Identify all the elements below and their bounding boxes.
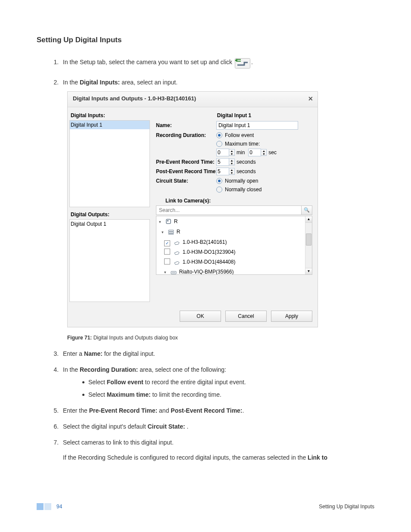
- page-number: 94: [56, 503, 62, 510]
- chevron-down-icon[interactable]: ▾: [162, 230, 166, 236]
- spin-up-icon[interactable]: ▲: [229, 149, 234, 152]
- normally-closed-label: Normally closed: [225, 186, 262, 193]
- page-footer: 94 Setting Up Digital Inputs: [37, 503, 374, 510]
- tree-site-1-label: R: [174, 218, 178, 224]
- search-icon[interactable]: 🔍: [301, 206, 312, 215]
- post-event-stepper[interactable]: ▲▼: [216, 168, 235, 175]
- min-label: min: [237, 149, 245, 156]
- seconds-stepper[interactable]: ▲▼: [248, 149, 267, 156]
- step-3-a: Enter a: [63, 350, 84, 357]
- ok-button[interactable]: OK: [180, 311, 221, 322]
- camera-icon: [174, 249, 180, 257]
- minutes-stepper[interactable]: ▲▼: [216, 149, 235, 156]
- digital-outputs-label: Digital Outputs:: [69, 211, 150, 218]
- cancel-button[interactable]: Cancel: [225, 311, 267, 322]
- scroll-down-icon[interactable]: ▼: [305, 268, 312, 274]
- tree-enc-1[interactable]: ▾ Rialto-VIQ-BMP(35966): [164, 268, 312, 275]
- bullet-follow-event: Select Follow event to record the entire…: [82, 378, 374, 387]
- minutes-input[interactable]: [216, 149, 229, 156]
- step-4-a: In the: [63, 366, 80, 373]
- s5-a: Enter the: [63, 407, 89, 414]
- step-2-text-b: area, select an input.: [120, 79, 177, 86]
- spin-down-icon[interactable]: ▼: [229, 171, 234, 174]
- s5-bold1: Pre-Event Record Time:: [89, 407, 157, 414]
- tree-cam-2[interactable]: 1.0-H3M-DO1(323904): [164, 248, 312, 258]
- digital-inputs-list[interactable]: Digital Input 1: [69, 120, 150, 207]
- spin-down-icon[interactable]: ▼: [261, 152, 266, 156]
- b1-b: to record the entire digital input event…: [143, 379, 246, 386]
- tree-enc-1-label: Rialto-VIQ-BMP(35966): [179, 269, 234, 275]
- step-4-bold: Recording Duration:: [80, 366, 138, 373]
- tree-cam-1[interactable]: ✓ 1.0-H3-B2(140161): [164, 238, 312, 248]
- search-input[interactable]: [156, 206, 301, 215]
- step-5: Enter the Pre-Event Record Time: and Pos…: [60, 406, 374, 415]
- figure-text: Digital Inputs and Outputs dialog box: [92, 335, 177, 341]
- radio-follow-event[interactable]: Follow event: [216, 131, 312, 139]
- name-label: Name:: [156, 121, 216, 129]
- b2-bold: Maximum time:: [107, 391, 151, 398]
- seconds-input[interactable]: [248, 149, 261, 156]
- step-1: In the Setup tab, select the camera you …: [60, 58, 374, 71]
- step-1-text-a: In the Setup tab, select the camera you …: [63, 59, 234, 65]
- spin-up-icon[interactable]: ▲: [261, 149, 266, 152]
- tree-server-1[interactable]: ▾ R ✓ 1.0-H3-B2(140161): [162, 227, 312, 275]
- spin-down-icon[interactable]: ▼: [229, 162, 234, 165]
- name-field[interactable]: [216, 121, 298, 130]
- camera-search[interactable]: 🔍: [156, 205, 312, 215]
- radio-max-time[interactable]: Maximum time:: [216, 140, 312, 148]
- svg-rect-6: [168, 233, 174, 234]
- dialog-title: Digital Inputs and Outputs - 1.0-H3-B2(1…: [73, 94, 196, 103]
- tree-scrollbar[interactable]: ▲ ▼: [305, 216, 312, 274]
- radio-dot-icon: [216, 187, 222, 193]
- link-cameras-label: Link to Camera(s):: [165, 197, 312, 205]
- close-icon[interactable]: ✕: [308, 94, 313, 103]
- chevron-down-icon[interactable]: ▾: [164, 270, 168, 275]
- step-2-bold: Digital Inputs:: [80, 79, 120, 86]
- tree-cam-1-label: 1.0-H3-B2(140161): [183, 239, 227, 245]
- spin-up-icon[interactable]: ▲: [229, 168, 234, 171]
- tree-cam-3[interactable]: 1.0-H3M-DO1(484408): [164, 258, 312, 268]
- chevron-down-icon[interactable]: ▾: [159, 219, 163, 225]
- scroll-up-icon[interactable]: ▲: [305, 216, 312, 223]
- svg-rect-5: [168, 232, 174, 233]
- b2-b: to limit the recording time.: [151, 391, 221, 398]
- figure-caption: Figure 71: Digital Inputs and Outputs di…: [67, 334, 374, 342]
- pre-event-label: Pre-Event Record Time:: [156, 158, 216, 166]
- step-2-text-a: In the: [63, 79, 80, 86]
- dialog-digital-io: Digital Inputs and Outputs - 1.0-H3-B2(1…: [67, 91, 318, 327]
- tree-site-1[interactable]: ▾ R ▾ R ✓: [159, 217, 312, 275]
- tree-cam-2-label: 1.0-H3M-DO1(323904): [183, 249, 236, 255]
- scroll-thumb[interactable]: [306, 233, 311, 246]
- s6-a: Select the digital input's default: [63, 423, 147, 430]
- digital-input-item[interactable]: Digital Input 1: [70, 121, 149, 129]
- apply-button[interactable]: Apply: [271, 311, 312, 322]
- digital-outputs-list[interactable]: Digital Output 1: [69, 219, 150, 302]
- encoder-icon: [171, 269, 177, 275]
- spin-up-icon[interactable]: ▲: [229, 159, 234, 162]
- radio-normally-closed[interactable]: Normally closed: [216, 186, 312, 193]
- checkbox-icon[interactable]: [164, 249, 170, 255]
- step-3-bold: Name:: [84, 350, 103, 357]
- camera-tree[interactable]: ▲ ▼ ▾ R ▾: [156, 216, 312, 275]
- seconds-label: seconds: [237, 168, 256, 175]
- max-time-label: Maximum time:: [225, 140, 260, 148]
- footer-logo-icon: [37, 503, 51, 510]
- s5-b: .: [243, 407, 244, 414]
- checkbox-checked-icon[interactable]: ✓: [164, 240, 170, 246]
- post-event-input[interactable]: [216, 168, 229, 175]
- spin-down-icon[interactable]: ▼: [229, 152, 234, 156]
- radio-normally-open[interactable]: Normally open: [216, 177, 312, 185]
- radio-dot-selected-icon: [216, 132, 222, 138]
- digital-output-item[interactable]: Digital Output 1: [70, 220, 149, 228]
- s6-b: .: [185, 423, 189, 430]
- pre-event-input[interactable]: [216, 158, 229, 166]
- digital-inputs-label: Digital Inputs:: [69, 112, 150, 119]
- digital-io-icon: [235, 58, 250, 71]
- pre-event-stepper[interactable]: ▲▼: [216, 158, 235, 166]
- s5-bold2: Post-Event Record Time:: [171, 407, 242, 414]
- step-3-b: for the digital input.: [103, 350, 155, 357]
- detail-header: Digital Input 1: [156, 112, 312, 119]
- checkbox-icon[interactable]: [164, 258, 170, 264]
- s7p-bold: Link to: [308, 454, 327, 461]
- s6-bold: Circuit State:: [147, 423, 185, 430]
